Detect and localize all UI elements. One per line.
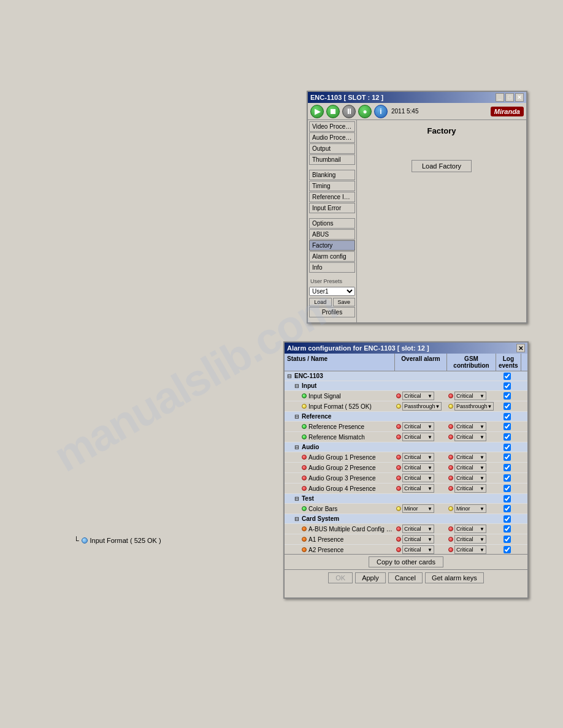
tree-expand-icon[interactable]: ⊟ xyxy=(294,496,299,502)
overall-dropdown[interactable]: Critical▼ xyxy=(402,433,434,441)
overall-dropdown[interactable]: Critical▼ xyxy=(402,525,434,533)
row-name-cell: A-BUS Multiple Card Config / Presence xyxy=(285,525,395,533)
overall-dropdown[interactable]: Critical▼ xyxy=(402,545,434,554)
get-alarm-keys-button[interactable]: Get alarm keys xyxy=(425,572,484,583)
enc-window-title: ENC-1103 [ SLOT : 12 ] xyxy=(310,94,383,101)
overall-dropdown[interactable]: Critical▼ xyxy=(402,535,434,544)
row-overall-cell: Critical▼ xyxy=(395,391,447,401)
row-log-cell xyxy=(496,402,518,411)
row-overall-cell: Critical▼ xyxy=(395,422,447,431)
log-checkbox[interactable] xyxy=(504,464,511,471)
tree-expand-icon[interactable]: ⊟ xyxy=(294,383,299,389)
status-dot xyxy=(302,455,307,460)
toolbar-btn-5[interactable]: i xyxy=(374,105,388,118)
overall-dropdown[interactable]: Critical▼ xyxy=(402,484,434,493)
log-checkbox[interactable] xyxy=(504,423,511,430)
gsm-dropdown[interactable]: Critical▼ xyxy=(454,453,486,461)
sidebar-item-factory[interactable]: Factory xyxy=(309,240,355,251)
minimize-button[interactable]: _ xyxy=(496,93,504,102)
sidebar-item-timing[interactable]: Timing xyxy=(309,181,355,191)
sidebar-item-options[interactable]: Options xyxy=(309,218,355,229)
overall-dropdown[interactable]: Critical▼ xyxy=(402,422,434,431)
gsm-dropdown[interactable]: Critical▼ xyxy=(454,545,486,554)
load-save-row: Load Save xyxy=(309,298,355,306)
user-preset-select[interactable]: User1 xyxy=(309,287,355,296)
log-checkbox[interactable] xyxy=(504,495,511,502)
toolbar-btn-4[interactable]: ● xyxy=(358,105,372,118)
table-row: ⊟Test xyxy=(285,494,527,504)
row-name-label: Input Format ( 525 OK) xyxy=(308,403,372,410)
cancel-button[interactable]: Cancel xyxy=(388,572,423,583)
overall-dropdown[interactable]: Critical▼ xyxy=(402,463,434,472)
row-gsm-cell xyxy=(447,498,496,499)
log-checkbox[interactable] xyxy=(504,536,511,543)
overall-dropdown[interactable]: Critical▼ xyxy=(402,453,434,461)
copy-to-other-cards-button[interactable]: Copy to other cards xyxy=(369,556,443,567)
table-row: Color BarsMinor▼Minor▼ xyxy=(285,504,527,514)
sidebar-item-thumbnail[interactable]: Thumbnail xyxy=(309,154,355,165)
gsm-dropdown[interactable]: Critical▼ xyxy=(454,433,486,441)
gsm-dot xyxy=(448,455,453,460)
save-button[interactable]: Save xyxy=(333,298,356,306)
sidebar-item-reference-input[interactable]: Reference Input xyxy=(309,192,355,202)
log-checkbox[interactable] xyxy=(504,546,511,553)
gsm-dropdown[interactable]: Passthrough▼ xyxy=(454,402,494,411)
apply-button[interactable]: Apply xyxy=(355,572,386,583)
gsm-dropdown[interactable]: Critical▼ xyxy=(454,392,486,400)
gsm-dropdown[interactable]: Critical▼ xyxy=(454,525,486,533)
load-button[interactable]: Load xyxy=(309,298,332,306)
row-name-label: Card System xyxy=(302,515,339,522)
row-name-cell: Reference Presence xyxy=(285,423,395,431)
overall-dropdown[interactable]: Passthrough▼ xyxy=(402,402,442,411)
log-checkbox[interactable] xyxy=(504,485,511,492)
toolbar-btn-3[interactable]: ⏸ xyxy=(342,105,356,118)
log-checkbox[interactable] xyxy=(504,525,511,533)
alarm-close-button[interactable]: ✕ xyxy=(516,344,525,352)
log-checkbox[interactable] xyxy=(504,433,511,441)
tree-expand-icon[interactable]: ⊟ xyxy=(294,414,299,420)
tree-expand-icon[interactable]: ⊟ xyxy=(294,516,299,522)
log-checkbox[interactable] xyxy=(504,413,511,420)
row-overall-cell: Minor▼ xyxy=(395,504,447,514)
sidebar-item-input-error[interactable]: Input Error xyxy=(309,203,355,213)
log-checkbox[interactable] xyxy=(504,403,511,410)
overall-dot xyxy=(396,547,401,552)
log-checkbox[interactable] xyxy=(504,382,511,390)
bottom-label-text: Input Format ( 525 OK ) xyxy=(90,537,161,544)
row-overall-cell xyxy=(395,376,447,377)
log-checkbox[interactable] xyxy=(504,505,511,512)
toolbar-btn-2[interactable]: ⏹ xyxy=(326,105,340,118)
ok-button[interactable]: OK xyxy=(328,572,353,583)
sidebar-item-info[interactable]: Info xyxy=(309,262,355,273)
log-checkbox[interactable] xyxy=(504,444,511,451)
gsm-dropdown[interactable]: Critical▼ xyxy=(454,484,486,493)
log-checkbox[interactable] xyxy=(504,453,511,461)
log-checkbox[interactable] xyxy=(504,392,511,400)
gsm-dropdown[interactable]: Minor▼ xyxy=(454,504,486,513)
log-checkbox[interactable] xyxy=(504,515,511,523)
sidebar-item-alarm-config[interactable]: Alarm config xyxy=(309,251,355,262)
sidebar-item-abus[interactable]: ABUS xyxy=(309,229,355,240)
sidebar-item-video-processing[interactable]: Video Processing xyxy=(309,121,355,132)
gsm-dropdown[interactable]: Critical▼ xyxy=(454,535,486,544)
sidebar-item-output[interactable]: Output xyxy=(309,143,355,154)
overall-dropdown[interactable]: Minor▼ xyxy=(402,504,434,513)
status-dot xyxy=(302,476,307,480)
log-checkbox[interactable] xyxy=(504,373,511,380)
profiles-button[interactable]: Profiles xyxy=(309,307,355,317)
toolbar-btn-1[interactable]: ▶ xyxy=(310,105,324,118)
gsm-dropdown[interactable]: Critical▼ xyxy=(454,474,486,482)
tree-expand-icon[interactable]: ⊟ xyxy=(287,373,292,379)
log-checkbox[interactable] xyxy=(504,474,511,482)
overall-dropdown[interactable]: Critical▼ xyxy=(402,392,434,400)
sidebar-item-blanking[interactable]: Blanking xyxy=(309,170,355,180)
alarm-header: Status / Name Overall alarm GSM contribu… xyxy=(285,354,527,371)
close-button[interactable]: ✕ xyxy=(515,93,524,102)
maximize-button[interactable]: □ xyxy=(505,93,514,102)
gsm-dropdown[interactable]: Critical▼ xyxy=(454,463,486,472)
tree-expand-icon[interactable]: ⊟ xyxy=(294,444,299,450)
sidebar-item-audio-processing[interactable]: Audio Processing xyxy=(309,132,355,143)
overall-dropdown[interactable]: Critical▼ xyxy=(402,474,434,482)
load-factory-button[interactable]: Load Factory xyxy=(412,160,472,172)
gsm-dropdown[interactable]: Critical▼ xyxy=(454,422,486,431)
